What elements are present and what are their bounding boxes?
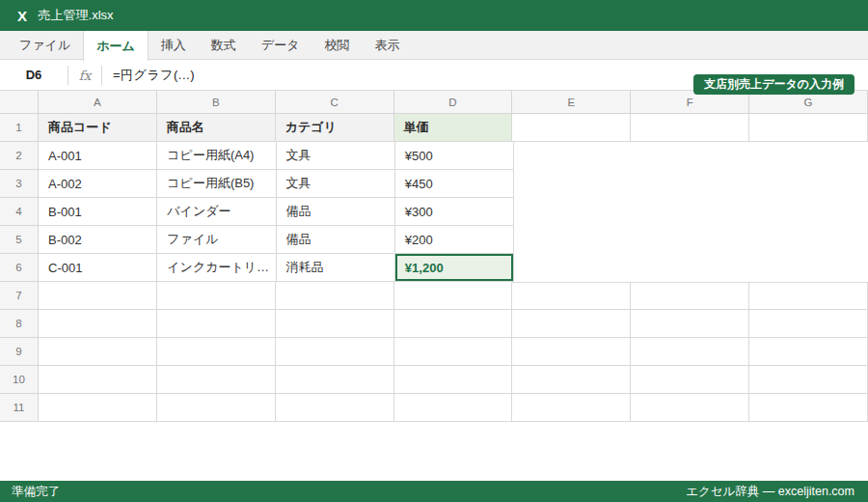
name-box[interactable]: D6: [0, 68, 68, 82]
cell-D3[interactable]: ¥450: [395, 170, 514, 198]
cell-A6[interactable]: C-001: [39, 254, 157, 282]
cell-B5[interactable]: ファイル: [157, 226, 276, 254]
cell-B3[interactable]: コピー用紙(B5): [157, 170, 276, 198]
cell-A4[interactable]: B-001: [39, 198, 157, 226]
cell-C9[interactable]: [276, 338, 394, 366]
cell-G1[interactable]: [749, 114, 868, 142]
cell-E2[interactable]: [514, 142, 632, 170]
cell-C7[interactable]: [276, 282, 394, 310]
cell-D11[interactable]: [394, 394, 513, 422]
cell-E7[interactable]: [512, 282, 631, 310]
cell-B8[interactable]: [157, 310, 276, 338]
cell-C1[interactable]: カテゴリ: [276, 114, 394, 142]
cell-E8[interactable]: [512, 310, 631, 338]
row-header-9[interactable]: 9: [0, 338, 39, 366]
cell-E6[interactable]: [514, 254, 632, 282]
cell-G6[interactable]: [750, 254, 868, 282]
cell-G7[interactable]: [749, 282, 868, 310]
cell-E3[interactable]: [514, 170, 632, 198]
cell-G4[interactable]: [750, 198, 868, 226]
cell-B2[interactable]: コピー用紙(A4): [157, 142, 276, 170]
cell-E11[interactable]: [512, 394, 631, 422]
cell-G5[interactable]: [750, 226, 868, 254]
cell-F6[interactable]: [632, 254, 749, 282]
row-header-4[interactable]: 4: [0, 198, 39, 226]
cell-F10[interactable]: [631, 366, 749, 394]
cell-A7[interactable]: [39, 282, 157, 310]
cell-B9[interactable]: [157, 338, 276, 366]
cell-D10[interactable]: [394, 366, 513, 394]
cell-A11[interactable]: [39, 394, 157, 422]
row-header-1[interactable]: 1: [0, 114, 39, 142]
cell-C5[interactable]: 備品: [277, 226, 395, 254]
cell-E10[interactable]: [512, 366, 631, 394]
example-data-badge[interactable]: 支店別売上データの入力例: [693, 74, 854, 95]
cell-G11[interactable]: [749, 394, 868, 422]
insert-function-icon[interactable]: fx: [68, 68, 101, 83]
cell-D6[interactable]: ¥1,200: [395, 254, 514, 282]
cell-D7[interactable]: [394, 282, 513, 310]
cell-C8[interactable]: [276, 310, 394, 338]
cell-A1[interactable]: 商品コード: [39, 114, 157, 142]
tab-data[interactable]: データ: [249, 31, 312, 59]
cell-G3[interactable]: [750, 170, 868, 198]
cell-D5[interactable]: ¥200: [395, 226, 514, 254]
select-all-corner[interactable]: [0, 91, 39, 114]
cell-F4[interactable]: [632, 198, 749, 226]
cell-B10[interactable]: [157, 366, 276, 394]
tab-view[interactable]: 表示: [362, 31, 412, 59]
column-header-A[interactable]: A: [39, 91, 157, 114]
cell-B4[interactable]: バインダー: [157, 198, 276, 226]
row-header-3[interactable]: 3: [0, 170, 39, 198]
cell-F1[interactable]: [631, 114, 749, 142]
cell-G8[interactable]: [749, 310, 868, 338]
cell-B7[interactable]: [157, 282, 276, 310]
cell-A5[interactable]: B-002: [39, 226, 157, 254]
cell-A9[interactable]: [39, 338, 157, 366]
column-header-B[interactable]: B: [157, 91, 276, 114]
cell-D9[interactable]: [394, 338, 513, 366]
cell-G10[interactable]: [749, 366, 868, 394]
cell-B1[interactable]: 商品名: [157, 114, 276, 142]
row-header-7[interactable]: 7: [0, 282, 39, 310]
row-header-6[interactable]: 6: [0, 254, 39, 282]
cell-E1[interactable]: [512, 114, 631, 142]
cell-B11[interactable]: [157, 394, 276, 422]
row-header-5[interactable]: 5: [0, 226, 39, 254]
cell-C2[interactable]: 文具: [277, 142, 395, 170]
cell-F11[interactable]: [631, 394, 749, 422]
row-header-2[interactable]: 2: [0, 142, 39, 170]
cell-A2[interactable]: A-001: [39, 142, 157, 170]
row-header-8[interactable]: 8: [0, 310, 39, 338]
cell-C10[interactable]: [276, 366, 394, 394]
row-header-11[interactable]: 11: [0, 394, 39, 422]
cell-E4[interactable]: [514, 198, 632, 226]
cell-F7[interactable]: [631, 282, 749, 310]
cell-C4[interactable]: 備品: [277, 198, 395, 226]
cell-F3[interactable]: [632, 170, 749, 198]
column-header-D[interactable]: D: [394, 91, 513, 114]
cell-G2[interactable]: [750, 142, 868, 170]
cell-C11[interactable]: [276, 394, 394, 422]
cell-F5[interactable]: [632, 226, 749, 254]
cell-E9[interactable]: [512, 338, 631, 366]
tab-insert[interactable]: 挿入: [149, 31, 199, 59]
column-header-E[interactable]: E: [512, 91, 631, 114]
cell-F8[interactable]: [631, 310, 749, 338]
row-header-10[interactable]: 10: [0, 366, 39, 394]
cell-A3[interactable]: A-002: [39, 170, 157, 198]
cell-A8[interactable]: [39, 310, 157, 338]
cell-B6[interactable]: インクカートリ…: [157, 254, 276, 282]
cell-G9[interactable]: [749, 338, 868, 366]
cell-C3[interactable]: 文具: [277, 170, 395, 198]
cell-A10[interactable]: [39, 366, 157, 394]
tab-formulas[interactable]: 数式: [199, 31, 249, 59]
cell-D2[interactable]: ¥500: [395, 142, 514, 170]
cell-F2[interactable]: [632, 142, 749, 170]
cell-F9[interactable]: [631, 338, 749, 366]
cell-D8[interactable]: [394, 310, 513, 338]
tab-file[interactable]: ファイル: [7, 31, 83, 59]
tab-home[interactable]: ホーム: [83, 31, 149, 61]
cell-D1[interactable]: 単価: [394, 114, 513, 142]
column-header-C[interactable]: C: [276, 91, 394, 114]
